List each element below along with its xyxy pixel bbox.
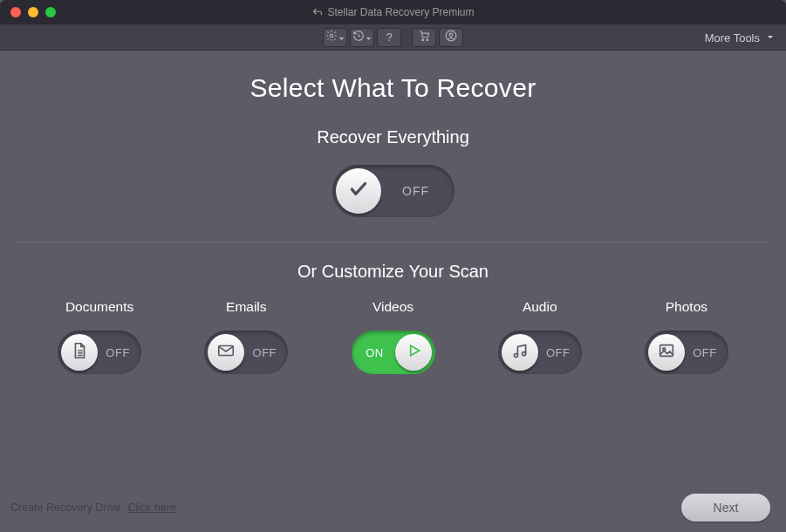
chevron-down-icon bbox=[767, 34, 774, 41]
photos-state: OFF bbox=[685, 346, 725, 359]
category-audio: Audio OFF bbox=[467, 299, 613, 374]
account-button[interactable] bbox=[439, 28, 463, 47]
question-icon: ? bbox=[386, 31, 392, 43]
recover-everything-toggle[interactable]: OFF bbox=[332, 165, 455, 217]
cart-icon bbox=[418, 30, 431, 45]
audio-state: OFF bbox=[538, 346, 578, 359]
settings-button[interactable] bbox=[323, 28, 347, 47]
photos-toggle[interactable]: OFF bbox=[645, 331, 728, 374]
category-documents: Documents OFF bbox=[26, 299, 173, 374]
window-title: Stellar Data Recovery Premium bbox=[327, 6, 474, 18]
category-photos-label: Photos bbox=[666, 299, 707, 315]
chevron-down-icon bbox=[366, 30, 372, 45]
emails-toggle[interactable]: OFF bbox=[204, 331, 288, 374]
category-audio-label: Audio bbox=[523, 299, 557, 315]
image-icon bbox=[657, 341, 676, 364]
toolbar: ? More Tools bbox=[0, 24, 786, 51]
chevron-down-icon bbox=[338, 30, 345, 45]
categories-row: Documents OFF Emails bbox=[17, 299, 769, 374]
window-controls bbox=[0, 7, 56, 17]
mail-icon bbox=[216, 341, 236, 364]
svg-rect-8 bbox=[660, 345, 673, 357]
minimize-window-button[interactable] bbox=[28, 7, 38, 17]
page-title: Select What To Recover bbox=[17, 73, 769, 103]
footer: Create Recovery Drive Click here Next bbox=[0, 494, 786, 522]
more-tools-label: More Tools bbox=[705, 31, 760, 44]
history-icon bbox=[352, 30, 365, 45]
customize-scan-title: Or Customize Your Scan bbox=[17, 262, 769, 282]
main-content: Select What To Recover Recover Everythin… bbox=[0, 51, 786, 532]
next-button[interactable]: Next bbox=[681, 494, 770, 522]
document-icon bbox=[70, 341, 89, 364]
audio-toggle[interactable]: OFF bbox=[498, 331, 582, 374]
videos-toggle[interactable]: ON bbox=[352, 331, 435, 374]
close-window-button[interactable] bbox=[10, 7, 21, 17]
category-videos: Videos ON bbox=[319, 299, 466, 374]
more-tools-dropdown[interactable]: More Tools bbox=[705, 31, 774, 44]
recover-everything-state: OFF bbox=[381, 184, 451, 198]
user-icon bbox=[445, 30, 457, 45]
videos-state: ON bbox=[355, 346, 395, 359]
fullscreen-window-button[interactable] bbox=[45, 7, 56, 17]
history-button[interactable] bbox=[350, 28, 374, 47]
create-recovery-drive-label: Create Recovery Drive bbox=[10, 501, 120, 514]
svg-point-2 bbox=[427, 38, 428, 40]
documents-state: OFF bbox=[98, 346, 138, 359]
back-icon bbox=[311, 7, 322, 17]
documents-toggle[interactable]: OFF bbox=[58, 331, 141, 374]
cart-button[interactable] bbox=[412, 28, 436, 47]
category-videos-label: Videos bbox=[372, 299, 414, 315]
recover-everything-title: Recover Everything bbox=[17, 127, 769, 147]
click-here-link: Click here bbox=[127, 501, 176, 514]
svg-point-1 bbox=[421, 38, 423, 40]
gear-icon bbox=[325, 30, 338, 45]
next-button-label: Next bbox=[714, 501, 739, 515]
emails-state: OFF bbox=[244, 346, 284, 359]
help-button[interactable]: ? bbox=[377, 28, 401, 47]
check-icon bbox=[347, 178, 370, 204]
svg-point-4 bbox=[449, 33, 453, 37]
svg-point-0 bbox=[330, 34, 333, 38]
category-photos: Photos OFF bbox=[613, 299, 760, 374]
category-emails: Emails OFF bbox=[173, 299, 319, 374]
play-icon bbox=[405, 342, 422, 363]
category-emails-label: Emails bbox=[226, 299, 267, 315]
category-documents-label: Documents bbox=[65, 299, 133, 315]
create-recovery-drive-link[interactable]: Create Recovery Drive Click here bbox=[10, 501, 176, 514]
divider bbox=[17, 242, 769, 242]
titlebar: Stellar Data Recovery Premium bbox=[0, 0, 786, 24]
music-icon bbox=[510, 341, 530, 364]
